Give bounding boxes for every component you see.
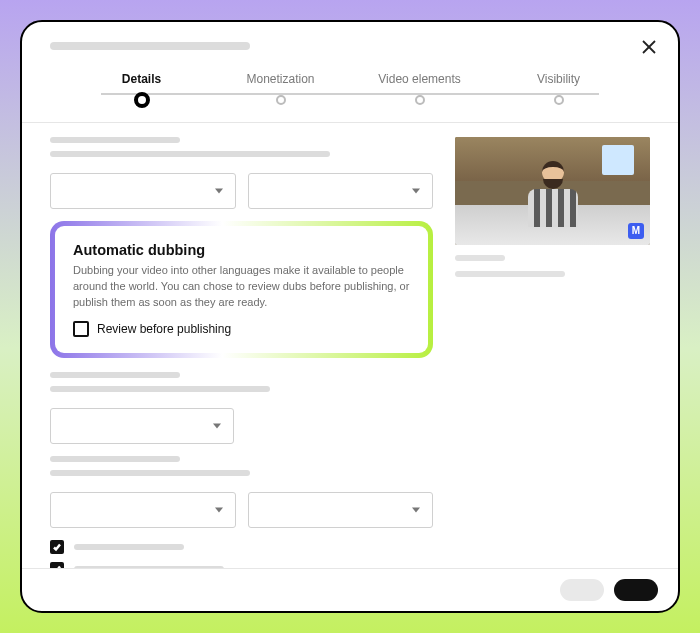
card-description: Dubbing your video into other languages …: [73, 263, 410, 311]
field-label-placeholder: [50, 137, 180, 143]
step-visibility[interactable]: Visibility: [489, 72, 628, 108]
preview-column: M: [455, 137, 650, 568]
option-checklist: [50, 540, 433, 568]
step-video-elements[interactable]: Video elements: [350, 72, 489, 108]
card-title: Automatic dubbing: [73, 242, 410, 258]
checklist-label-placeholder: [74, 544, 184, 550]
step-details[interactable]: Details: [72, 72, 211, 108]
step-label: Visibility: [489, 72, 628, 86]
thumbnail-badge: M: [628, 223, 644, 239]
field-label-placeholder: [50, 372, 180, 378]
video-thumbnail[interactable]: M: [455, 137, 650, 245]
checklist-item[interactable]: [50, 540, 433, 554]
checkbox-label: Review before publishing: [97, 322, 231, 336]
dropdown-field[interactable]: [248, 173, 434, 209]
secondary-button[interactable]: [560, 579, 604, 601]
dropdown-field[interactable]: [248, 492, 434, 528]
video-meta-placeholder: [455, 255, 505, 261]
dropdown-field[interactable]: [50, 408, 234, 444]
review-before-publishing-checkbox[interactable]: Review before publishing: [73, 321, 410, 337]
step-label: Monetization: [211, 72, 350, 86]
step-monetization[interactable]: Monetization: [211, 72, 350, 108]
close-button[interactable]: [638, 36, 660, 58]
step-dot-icon: [134, 92, 150, 108]
dropdown-field[interactable]: [50, 173, 236, 209]
close-icon: [640, 38, 658, 56]
field-label-placeholder: [50, 456, 180, 462]
stepper: Details Monetization Video elements Visi…: [22, 66, 678, 123]
checkbox-icon: [73, 321, 89, 337]
primary-button[interactable]: [614, 579, 658, 601]
step-dot-icon: [554, 95, 564, 105]
field-hint-placeholder: [50, 470, 250, 476]
modal-body: Automatic dubbing Dubbing your video int…: [22, 123, 678, 568]
modal-footer: [22, 568, 678, 611]
field-hint-placeholder: [50, 151, 330, 157]
modal-title-placeholder: [50, 42, 250, 50]
checkbox-checked-icon: [50, 540, 64, 554]
video-meta-placeholder: [455, 271, 565, 277]
dropdown-field[interactable]: [50, 492, 236, 528]
step-label: Video elements: [350, 72, 489, 86]
step-dot-icon: [276, 95, 286, 105]
modal-header: [22, 22, 678, 66]
field-hint-placeholder: [50, 386, 270, 392]
automatic-dubbing-card: Automatic dubbing Dubbing your video int…: [50, 221, 433, 358]
form-left-column: Automatic dubbing Dubbing your video int…: [50, 137, 433, 568]
step-label: Details: [72, 72, 211, 86]
step-dot-icon: [415, 95, 425, 105]
upload-modal: Details Monetization Video elements Visi…: [20, 20, 680, 613]
stepper-line: [101, 93, 600, 95]
